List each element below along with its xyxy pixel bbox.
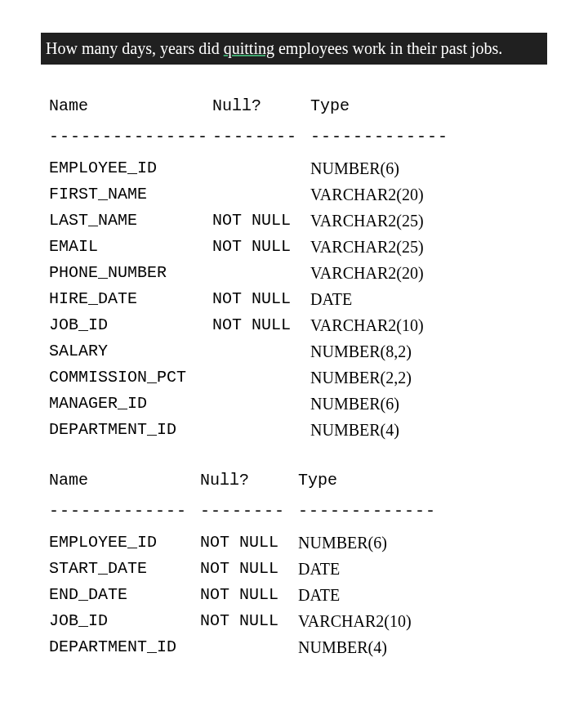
column-name: JOB_ID: [49, 608, 200, 634]
column-name: COMMISSION_PCT: [49, 364, 212, 391]
schema-row: HIRE_DATENOT NULLDATE: [49, 286, 547, 312]
column-name: PHONE_NUMBER: [49, 260, 212, 286]
dash-null: --------: [212, 124, 310, 150]
column-type: NUMBER(2,2): [310, 364, 547, 391]
column-type: VARCHAR2(20): [310, 260, 547, 286]
schema-row: JOB_IDNOT NULLVARCHAR2(10): [49, 312, 547, 338]
column-null: NOT NULL: [200, 530, 298, 556]
col-header-null: Null?: [200, 467, 298, 494]
schema-header-2: Name Null? Type: [49, 467, 547, 494]
column-null: NOT NULL: [212, 234, 310, 260]
schema-row: EMPLOYEE_IDNOT NULLNUMBER(6): [49, 530, 547, 556]
schema-row: LAST_NAMENOT NULLVARCHAR2(25): [49, 208, 547, 234]
dash-type: -------------: [310, 124, 547, 150]
column-null: [212, 181, 310, 208]
dash-name: -------------: [49, 499, 200, 525]
schema-row: START_DATENOT NULLDATE: [49, 556, 547, 582]
schema-rows-1: EMPLOYEE_IDNUMBER(6)FIRST_NAMEVARCHAR2(2…: [49, 155, 547, 443]
question-post: employees work in their past jobs.: [274, 39, 502, 57]
schema-row: END_DATENOT NULLDATE: [49, 582, 547, 608]
column-type: DATE: [298, 556, 547, 582]
dash-name: ---------------: [49, 124, 212, 150]
schema-row: EMAILNOT NULLVARCHAR2(25): [49, 234, 547, 260]
schema-row: DEPARTMENT_IDNUMBER(4): [49, 417, 547, 443]
schema-row: MANAGER_IDNUMBER(6): [49, 391, 547, 417]
column-null: [212, 417, 310, 443]
col-header-type: Type: [310, 93, 547, 119]
col-header-null: Null?: [212, 93, 310, 119]
column-type: NUMBER(6): [310, 155, 547, 181]
question-underlined: quitting: [224, 39, 274, 57]
column-type: NUMBER(4): [310, 417, 547, 443]
schema-row: EMPLOYEE_IDNUMBER(6): [49, 155, 547, 181]
column-name: END_DATE: [49, 582, 200, 608]
column-type: NUMBER(4): [298, 634, 547, 660]
schema-rows-2: EMPLOYEE_IDNOT NULLNUMBER(6)START_DATENO…: [49, 530, 547, 660]
column-null: NOT NULL: [212, 286, 310, 312]
question-pre: How many days, years did: [46, 39, 224, 57]
column-type: NUMBER(8,2): [310, 338, 547, 364]
column-name: JOB_ID: [49, 312, 212, 338]
dash-null: --------: [200, 499, 298, 525]
column-null: [212, 338, 310, 364]
column-name: EMPLOYEE_ID: [49, 530, 200, 556]
schema-dashes-2: ------------- -------- -------------: [49, 499, 547, 525]
column-type: NUMBER(6): [298, 530, 547, 556]
column-type: VARCHAR2(25): [310, 234, 547, 260]
dash-type: -------------: [298, 499, 547, 525]
schema-block-2: Name Null? Type ------------- -------- -…: [49, 467, 547, 660]
col-header-name: Name: [49, 467, 200, 494]
column-null: NOT NULL: [212, 312, 310, 338]
document-container: How many days, years did quitting employ…: [0, 0, 588, 718]
col-header-type: Type: [298, 467, 547, 494]
schema-row: PHONE_NUMBERVARCHAR2(20): [49, 260, 547, 286]
question-header: How many days, years did quitting employ…: [41, 33, 547, 65]
schema-row: JOB_IDNOT NULLVARCHAR2(10): [49, 608, 547, 634]
col-header-name: Name: [49, 93, 212, 119]
column-type: VARCHAR2(10): [298, 608, 547, 634]
column-type: VARCHAR2(25): [310, 208, 547, 234]
column-name: SALARY: [49, 338, 212, 364]
column-null: NOT NULL: [200, 582, 298, 608]
column-null: [212, 260, 310, 286]
column-name: MANAGER_ID: [49, 391, 212, 417]
schema-row: DEPARTMENT_IDNUMBER(4): [49, 634, 547, 660]
column-type: VARCHAR2(10): [310, 312, 547, 338]
schema-row: SALARYNUMBER(8,2): [49, 338, 547, 364]
column-null: NOT NULL: [212, 208, 310, 234]
column-name: DEPARTMENT_ID: [49, 417, 212, 443]
column-name: HIRE_DATE: [49, 286, 212, 312]
column-null: [212, 391, 310, 417]
schema-row: COMMISSION_PCTNUMBER(2,2): [49, 364, 547, 391]
column-name: LAST_NAME: [49, 208, 212, 234]
column-type: NUMBER(6): [310, 391, 547, 417]
column-null: [212, 155, 310, 181]
column-type: DATE: [310, 286, 547, 312]
column-type: VARCHAR2(20): [310, 181, 547, 208]
schema-row: FIRST_NAMEVARCHAR2(20): [49, 181, 547, 208]
column-null: NOT NULL: [200, 556, 298, 582]
column-name: START_DATE: [49, 556, 200, 582]
column-null: [200, 634, 298, 660]
column-name: DEPARTMENT_ID: [49, 634, 200, 660]
column-null: NOT NULL: [200, 608, 298, 634]
schema-dashes-1: --------------- -------- -------------: [49, 124, 547, 150]
schema-block-1: Name Null? Type --------------- --------…: [49, 93, 547, 443]
schema-header-1: Name Null? Type: [49, 93, 547, 119]
column-null: [212, 364, 310, 391]
column-name: EMAIL: [49, 234, 212, 260]
column-name: EMPLOYEE_ID: [49, 155, 212, 181]
column-name: FIRST_NAME: [49, 181, 212, 208]
column-type: DATE: [298, 582, 547, 608]
